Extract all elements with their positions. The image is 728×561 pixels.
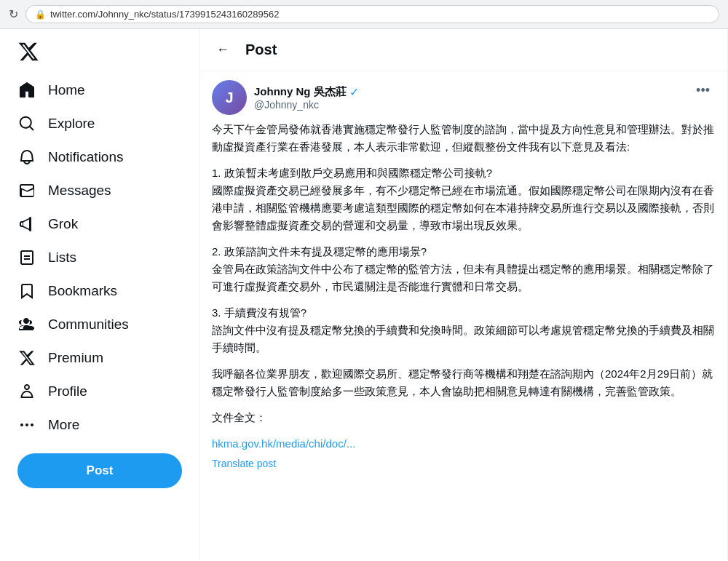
sidebar-item-explore[interactable]: Explore (9, 107, 191, 140)
tweet-body: 今天下午金管局發佈就香港實施穩定幣發行人監管制度的諮詢，當中提及方向性意見和管理… (212, 121, 716, 472)
tweet-para-0: 今天下午金管局發佈就香港實施穩定幣發行人監管制度的諮詢，當中提及方向性意見和管理… (212, 121, 716, 156)
url-bar[interactable]: 🔒 twitter.com/Johnny_nkc/status/17399152… (25, 5, 719, 23)
browser-chrome: ↻ 🔒 twitter.com/Johnny_nkc/status/173991… (0, 0, 728, 29)
explore-label: Explore (48, 116, 95, 132)
sidebar-item-notifications[interactable]: Notifications (9, 140, 191, 174)
lists-label: Lists (48, 250, 76, 266)
author-handle: @Johnny_nkc (254, 99, 359, 111)
lock-icon: 🔒 (35, 9, 46, 20)
tweet-para-2: 2. 政策諮詢文件未有提及穩定幣的應用場景? 金管局在政策諮詢文件中公布了穩定幣… (212, 243, 716, 295)
premium-label: Premium (48, 350, 103, 366)
bookmarks-label: Bookmarks (48, 283, 117, 299)
sidebar-item-profile[interactable]: Profile (9, 375, 191, 408)
translate-link[interactable]: Translate post (212, 455, 716, 472)
author-text: Johnny Ng 吳杰莊 ✓ @Johnny_nkc (254, 85, 359, 111)
explore-icon (17, 114, 36, 133)
sidebar-item-home[interactable]: Home (9, 73, 191, 107)
post-page-title: Post (245, 41, 277, 58)
tweet-more-button[interactable]: ••• (690, 80, 716, 101)
main-content: ← Post J Johnny Ng 吳杰莊 ✓ @Johnny_nkc (200, 29, 728, 561)
home-label: Home (48, 82, 85, 98)
post-header: ← Post (200, 29, 727, 71)
sidebar-item-lists[interactable]: Lists (9, 241, 191, 274)
app-container: Home Explore Notifications Messages Grok (0, 29, 728, 561)
tweet-container: J Johnny Ng 吳杰莊 ✓ @Johnny_nkc ••• 今天下午金管… (200, 71, 727, 489)
verified-badge: ✓ (349, 85, 359, 99)
post-button[interactable]: Post (17, 453, 182, 488)
sidebar-item-grok[interactable]: Grok (9, 207, 191, 241)
tweet-author-row: J Johnny Ng 吳杰莊 ✓ @Johnny_nkc ••• (212, 80, 716, 115)
author-name-row: Johnny Ng 吳杰莊 ✓ (254, 85, 359, 99)
bookmarks-icon (17, 282, 36, 301)
profile-label: Profile (48, 383, 87, 399)
notifications-icon (17, 148, 36, 167)
hkma-link[interactable]: hkma.gov.hk/media/chi/doc/... (212, 437, 355, 450)
premium-icon (17, 349, 36, 367)
author-name: Johnny Ng 吳杰莊 (254, 85, 347, 99)
avatar: J (212, 80, 247, 115)
home-icon (17, 81, 36, 100)
sidebar-item-communities[interactable]: Communities (9, 308, 191, 341)
more-label: More (48, 417, 79, 433)
refresh-button[interactable]: ↻ (9, 7, 18, 21)
author-info: J Johnny Ng 吳杰莊 ✓ @Johnny_nkc (212, 80, 359, 115)
communities-label: Communities (48, 317, 129, 333)
sidebar: Home Explore Notifications Messages Grok (0, 29, 200, 561)
notifications-label: Notifications (48, 149, 124, 165)
more-icon (17, 415, 36, 434)
tweet-para-3: 3. 手續費沒有規管? 諮詢文件中沒有提及穩定幣兌換的手續費和兌換時間。政策細節… (212, 304, 716, 357)
url-text: twitter.com/Johnny_nkc/status/1739915243… (50, 9, 279, 20)
tweet-para-1: 1. 政策暫未考慮到散戶交易應用和與國際穩定幣公司接軌? 國際虛擬資產交易已經發… (212, 164, 716, 234)
avatar-image: J (212, 80, 247, 115)
back-button[interactable]: ← (212, 38, 234, 62)
sidebar-item-bookmarks[interactable]: Bookmarks (9, 274, 191, 308)
sidebar-item-premium[interactable]: Premium (9, 341, 191, 375)
messages-label: Messages (48, 183, 111, 199)
sidebar-item-more[interactable]: More (9, 408, 191, 442)
lists-icon (17, 248, 36, 267)
profile-icon (17, 382, 36, 401)
x-logo[interactable] (9, 35, 191, 71)
grok-icon (17, 215, 36, 234)
communities-icon (17, 315, 36, 334)
messages-icon (17, 181, 36, 200)
tweet-para-5: 文件全文： (212, 409, 716, 426)
sidebar-item-messages[interactable]: Messages (9, 174, 191, 207)
tweet-para-4: 我呼籲各位業界朋友，歡迎國際交易所、穩定幣發行商等機構和翔楚在諮詢期內（2024… (212, 365, 716, 400)
grok-label: Grok (48, 216, 78, 232)
